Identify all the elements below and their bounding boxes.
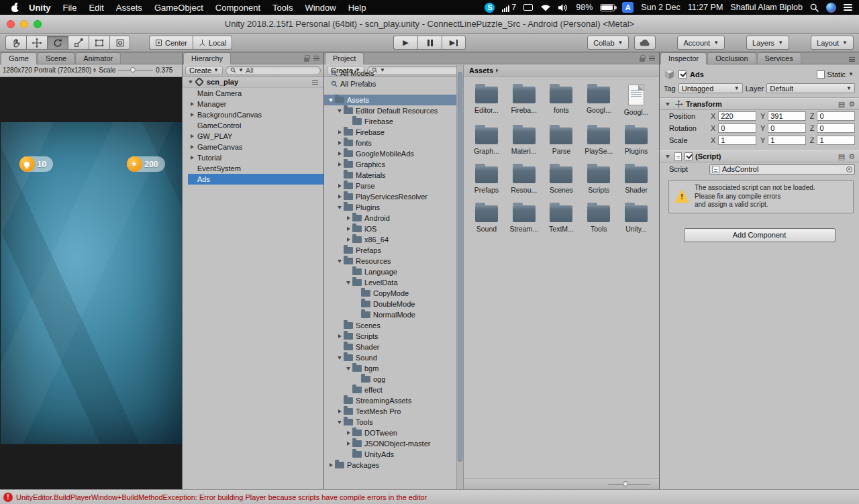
fold-arrow[interactable] bbox=[336, 141, 344, 145]
fold-arrow[interactable] bbox=[188, 145, 196, 149]
fold-arrow[interactable] bbox=[327, 99, 335, 102]
fold-arrow[interactable] bbox=[188, 156, 196, 160]
fold-arrow[interactable] bbox=[336, 184, 344, 188]
project-tree-item-language[interactable]: Language bbox=[324, 266, 463, 277]
pan-tool-button[interactable] bbox=[5, 36, 26, 50]
project-tree-item-packages[interactable]: Packages bbox=[324, 460, 463, 470]
siri-icon[interactable] bbox=[826, 3, 836, 13]
project-tree-item-materials[interactable]: Materials bbox=[324, 170, 463, 181]
move-tool-button[interactable] bbox=[26, 36, 47, 50]
menubar-time[interactable]: 11:27 PM bbox=[688, 3, 723, 12]
tab-game[interactable]: Game bbox=[1, 52, 37, 64]
asset-item-resou[interactable]: Resou... bbox=[505, 163, 543, 194]
asset-item-parse[interactable]: Parse bbox=[543, 124, 580, 155]
asset-item-fireba[interactable]: Fireba... bbox=[505, 83, 543, 116]
hierarchy-item-ads[interactable]: Ads bbox=[188, 174, 323, 185]
presets-icon[interactable]: ▤ bbox=[838, 152, 845, 161]
transform-component-header[interactable]: Transform ▤⚙ bbox=[660, 98, 859, 110]
fold-arrow[interactable] bbox=[664, 103, 672, 106]
asset-item-graph[interactable]: Graph... bbox=[468, 124, 505, 155]
icon-size-slider[interactable] bbox=[608, 481, 650, 487]
asset-item-stream[interactable]: Stream... bbox=[505, 202, 543, 233]
rotate-tool-button[interactable] bbox=[47, 36, 68, 50]
script-component-header[interactable]: (Script) ▤⚙ bbox=[660, 150, 859, 162]
rotation-x-field[interactable]: 0 bbox=[718, 123, 756, 133]
fold-arrow[interactable] bbox=[336, 162, 344, 166]
script-object-field[interactable]: AdsControl bbox=[709, 164, 855, 174]
fold-arrow[interactable] bbox=[336, 206, 344, 209]
asset-item-textm[interactable]: TextM... bbox=[543, 202, 580, 233]
static-toggle[interactable]: Static ▼ bbox=[817, 70, 854, 79]
gear-icon[interactable]: ⚙ bbox=[848, 152, 855, 161]
wifi-icon[interactable] bbox=[540, 4, 551, 11]
position-z-field[interactable]: 0 bbox=[817, 111, 855, 121]
project-tree-item-prefaps[interactable]: Prefaps bbox=[324, 245, 463, 256]
asset-item-scenes[interactable]: Scenes bbox=[543, 163, 580, 194]
add-component-button[interactable]: Add Component bbox=[684, 228, 836, 242]
project-tree-item-effect[interactable]: effect bbox=[324, 385, 463, 395]
project-tree-item-editor-default-resources[interactable]: Editor Default Resources bbox=[324, 105, 463, 116]
project-tree-scrollbar[interactable] bbox=[456, 65, 463, 489]
hierarchy-item-gamecontrol[interactable]: GameControl bbox=[188, 120, 323, 131]
project-tree-item-graphics[interactable]: Graphics bbox=[324, 159, 463, 170]
project-tree-item-leveldata[interactable]: LevelData bbox=[324, 277, 463, 288]
volume-icon[interactable] bbox=[558, 4, 568, 11]
project-tree-item-tools[interactable]: Tools bbox=[324, 417, 463, 427]
scale-z-field[interactable]: 1 bbox=[817, 136, 855, 145]
project-tree-item-fonts[interactable]: fonts bbox=[324, 138, 463, 148]
breadcrumb-assets[interactable]: Assets bbox=[469, 66, 493, 74]
lock-icon[interactable] bbox=[304, 58, 309, 62]
asset-item-googl[interactable]: Googl... bbox=[580, 83, 617, 116]
fold-arrow[interactable] bbox=[188, 134, 196, 138]
menubar-app-name[interactable]: Unity bbox=[29, 3, 51, 13]
project-tree-item-doublemode[interactable]: DoubleMode bbox=[324, 299, 463, 309]
project-tree-item-playservicesresolver[interactable]: PlayServicesResolver bbox=[324, 191, 463, 202]
presets-icon[interactable]: ▤ bbox=[838, 100, 845, 109]
hierarchy-item-eventsystem[interactable]: EventSystem bbox=[188, 163, 323, 174]
fold-arrow[interactable] bbox=[344, 216, 352, 220]
menubar-menu-tools[interactable]: Tools bbox=[272, 3, 293, 13]
fold-arrow[interactable] bbox=[344, 238, 352, 242]
fold-arrow[interactable] bbox=[336, 421, 344, 424]
fold-arrow[interactable] bbox=[344, 442, 352, 446]
rotation-y-field[interactable]: 0 bbox=[768, 123, 806, 133]
favorite-all-prefabs[interactable]: All Prefabs bbox=[324, 79, 463, 89]
panel-menu-icon[interactable] bbox=[849, 57, 855, 62]
layout-dropdown[interactable]: Layout▼ bbox=[811, 36, 854, 50]
scale-x-field[interactable]: 1 bbox=[718, 136, 756, 145]
asset-item-scripts[interactable]: Scripts bbox=[580, 163, 617, 194]
apple-menu-icon[interactable] bbox=[11, 3, 19, 13]
game-screen[interactable]: 10 ★ 200 bbox=[1, 122, 182, 444]
script-enabled-checkbox[interactable] bbox=[685, 152, 693, 160]
menubar-menu-component[interactable]: Component bbox=[215, 3, 260, 13]
tab-services[interactable]: Services bbox=[757, 52, 801, 64]
menubar-menu-help[interactable]: Help bbox=[348, 3, 366, 13]
menubar-menu-file[interactable]: File bbox=[63, 3, 77, 13]
hierarchy-item-tutorial[interactable]: Tutorial bbox=[188, 152, 323, 163]
fold-arrow[interactable] bbox=[344, 431, 352, 435]
fold-arrow[interactable] bbox=[327, 463, 335, 467]
collab-dropdown[interactable]: Collab▼ bbox=[587, 36, 629, 50]
transform-tool-button[interactable] bbox=[109, 36, 130, 50]
fold-arrow[interactable] bbox=[336, 152, 344, 156]
asset-item-plugins[interactable]: Plugins bbox=[617, 124, 655, 155]
play-button[interactable]: ▶ bbox=[393, 36, 417, 50]
fold-arrow[interactable] bbox=[336, 260, 344, 263]
asset-item-sound[interactable]: Sound bbox=[468, 202, 505, 233]
fold-arrow[interactable] bbox=[188, 102, 196, 106]
panel-menu-icon[interactable] bbox=[649, 56, 655, 60]
fold-arrow[interactable] bbox=[344, 227, 352, 231]
hierarchy-create-button[interactable]: Create▼ bbox=[185, 66, 223, 75]
fold-arrow[interactable] bbox=[336, 195, 344, 199]
project-tree-item-copymode[interactable]: CopyMode bbox=[324, 288, 463, 299]
asset-item-fonts[interactable]: fonts bbox=[543, 83, 580, 116]
pivot-toggle-button[interactable]: Center bbox=[149, 36, 193, 50]
asset-item-tools[interactable]: Tools bbox=[580, 202, 617, 233]
project-tree-item-scenes[interactable]: Scenes bbox=[324, 320, 463, 331]
hierarchy-item-main-camera[interactable]: Main Camera bbox=[188, 88, 323, 99]
project-tree-item-jsonobject-master[interactable]: JSONObject-master bbox=[324, 438, 463, 449]
cloud-button[interactable] bbox=[634, 36, 656, 50]
skype-icon[interactable]: S bbox=[485, 3, 495, 13]
zoom-window-button[interactable] bbox=[34, 20, 42, 28]
rotation-z-field[interactable]: 0 bbox=[817, 123, 855, 133]
